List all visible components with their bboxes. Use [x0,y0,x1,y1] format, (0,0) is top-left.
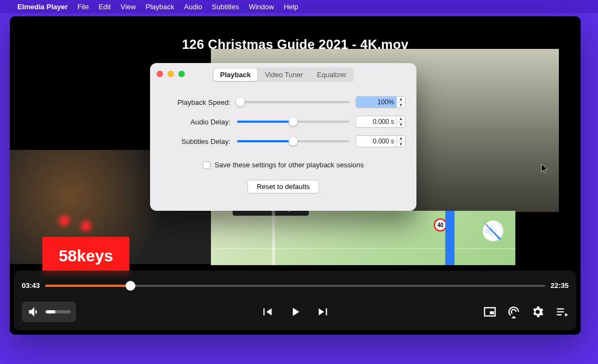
seek-fill [45,285,130,287]
stepper-up-icon[interactable]: ▲ [397,136,405,142]
seek-slider[interactable] [45,285,545,287]
tab-video-tuner[interactable]: Video Tuner [258,68,309,81]
slider-thumb[interactable] [289,117,297,126]
map-mute-icon [483,221,503,241]
subtitles-delay-label: Subtitles Delay: [161,137,231,146]
reset-defaults-button[interactable]: Reset to defaults [247,180,319,193]
stepper-up-icon[interactable]: ▲ [397,116,405,122]
audio-delay-field[interactable]: 0.000 s ▲ ▼ [356,116,406,128]
video-overlay-logo: 58keys [42,237,129,275]
player-controls: 03:43 22:35 [14,271,576,330]
playback-speed-field[interactable]: 100% ▲ ▼ [356,96,406,108]
macos-menubar: Elmedia Player File Edit View Playback A… [0,0,598,13]
next-button[interactable] [316,305,331,319]
seek-thumb[interactable] [126,281,135,291]
panel-window-controls [157,71,185,77]
audio-delay-value[interactable]: 0.000 s [356,116,396,127]
app-menu[interactable]: Elmedia Player [17,3,68,11]
pip-button[interactable] [483,305,497,319]
menu-window[interactable]: Window [249,3,274,11]
svg-rect-0 [490,311,494,314]
save-settings-label: Save these settings for other playback s… [215,161,364,169]
volume-control[interactable] [22,302,76,322]
menu-playback[interactable]: Playback [146,3,175,11]
menu-help[interactable]: Help [284,3,298,11]
menu-edit[interactable]: Edit [98,3,110,11]
playback-speed-slider[interactable] [237,101,349,103]
menu-subtitles[interactable]: Subtitles [212,3,239,11]
slider-thumb[interactable] [236,98,245,106]
audio-delay-slider[interactable] [237,121,349,123]
stepper-up-icon[interactable]: ▲ [397,97,405,103]
previous-button[interactable] [260,305,274,319]
video-frame-map: Broadway 40 [211,211,515,265]
settings-tabs: Playback Video Tuner Equalizer [213,67,354,82]
stepper-down-icon[interactable]: ▼ [397,103,405,108]
menu-file[interactable]: File [78,3,89,11]
subtitles-delay-slider[interactable] [237,140,349,142]
airplay-button[interactable] [507,305,521,319]
tab-playback[interactable]: Playback [214,68,257,81]
tab-equalizer[interactable]: Equalizer [310,68,353,81]
time-elapsed: 03:43 [22,281,40,290]
play-button[interactable] [288,305,302,319]
panel-minimize-button[interactable] [167,71,174,77]
volume-slider[interactable] [46,310,71,313]
stepper-down-icon[interactable]: ▼ [397,142,405,147]
save-settings-checkbox[interactable] [203,161,210,169]
stepper-down-icon[interactable]: ▼ [397,122,405,128]
map-speed-badge: 40 [434,218,447,231]
playback-settings-panel: Playback Video Tuner Equalizer Playback … [150,63,416,211]
panel-zoom-button[interactable] [178,71,185,77]
menu-audio[interactable]: Audio [184,3,202,11]
playback-speed-value[interactable]: 100% [356,97,396,108]
subtitles-delay-value[interactable]: 0.000 s [356,136,396,147]
panel-close-button[interactable] [157,71,163,77]
volume-icon [27,305,41,319]
settings-button[interactable] [531,305,545,319]
time-total: 22:35 [551,281,569,290]
subtitles-delay-field[interactable]: 0.000 s ▲ ▼ [356,135,406,147]
audio-delay-label: Audio Delay: [161,118,231,126]
slider-thumb[interactable] [289,137,297,146]
menu-view[interactable]: View [121,3,136,11]
video-title: 126 Christmas Guide 2021 - 4K.mov [10,37,581,52]
volume-fill [46,310,55,313]
playback-speed-label: Playback Speed: [161,98,231,106]
playlist-button[interactable] [555,305,569,319]
